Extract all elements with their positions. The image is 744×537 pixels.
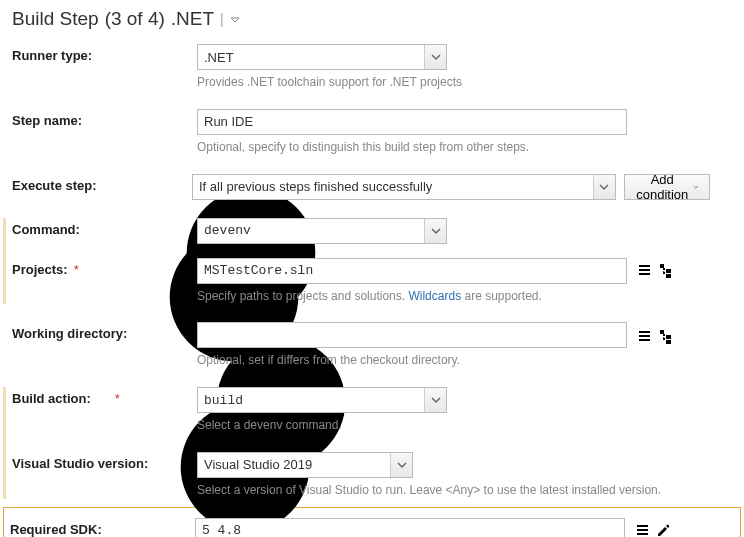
add-condition-button[interactable]: Add condition: [624, 174, 710, 200]
build-action-select[interactable]: [197, 387, 447, 413]
help-icon[interactable]: [84, 222, 98, 236]
help-icon[interactable]: [131, 327, 145, 341]
help-icon[interactable]: [718, 180, 732, 194]
vs-version-hint: Select a version of Visual Studio to run…: [197, 482, 732, 499]
required-sdk-label: Required SDK:: [10, 518, 195, 537]
chevron-down-icon[interactable]: [424, 219, 446, 243]
chevron-down-icon[interactable]: [593, 175, 615, 199]
working-dir-hint: Optional, set if differs from the checko…: [197, 352, 732, 369]
wildcards-link[interactable]: Wildcards: [408, 289, 461, 303]
title-name: .NET: [171, 8, 214, 30]
chevron-down-icon[interactable]: [424, 388, 446, 412]
build-action-hint: Select a devenv command.: [197, 417, 732, 434]
execute-step-label: Execute step:: [12, 178, 97, 193]
build-action-label: Build action:: [12, 391, 91, 406]
tree-icon[interactable]: [658, 329, 673, 344]
projects-hint: Specify paths to projects and solutions.…: [197, 288, 732, 305]
title-prefix: Build Step: [12, 8, 99, 30]
step-name-label: Step name:: [12, 109, 197, 128]
page-title: Build Step (3 of 4) .NET |: [12, 8, 732, 30]
tree-icon[interactable]: [658, 263, 673, 278]
required-sdk-input[interactable]: [195, 518, 625, 537]
step-name-input[interactable]: [197, 109, 627, 135]
required-marker: *: [115, 391, 120, 406]
title-menu-icon[interactable]: [230, 8, 240, 30]
runner-type-hint: Provides .NET toolchain support for .NET…: [197, 74, 732, 91]
title-count: (3 of 4): [105, 8, 165, 30]
edit-icon[interactable]: [656, 523, 671, 537]
chevron-down-icon[interactable]: [424, 45, 446, 69]
command-label: Command:: [12, 222, 80, 237]
list-icon[interactable]: [637, 329, 652, 344]
title-divider: |: [220, 11, 224, 27]
execute-step-select[interactable]: [192, 174, 616, 200]
list-icon[interactable]: [635, 523, 650, 537]
chevron-down-icon[interactable]: [390, 453, 412, 477]
vs-version-select[interactable]: [197, 452, 413, 478]
projects-label: Projects:: [12, 262, 68, 277]
projects-input[interactable]: [197, 258, 627, 284]
working-dir-label: Working directory:: [12, 326, 127, 341]
vs-version-label: Visual Studio version:: [12, 452, 197, 471]
runner-type-label: Runner type:: [12, 44, 197, 63]
help-icon[interactable]: [95, 392, 109, 406]
working-dir-input[interactable]: [197, 322, 627, 348]
required-marker: *: [74, 262, 79, 277]
runner-type-select[interactable]: [197, 44, 447, 70]
step-name-hint: Optional, specify to distinguish this bu…: [197, 139, 732, 156]
command-select[interactable]: [197, 218, 447, 244]
list-icon[interactable]: [637, 263, 652, 278]
help-icon[interactable]: [101, 178, 115, 192]
